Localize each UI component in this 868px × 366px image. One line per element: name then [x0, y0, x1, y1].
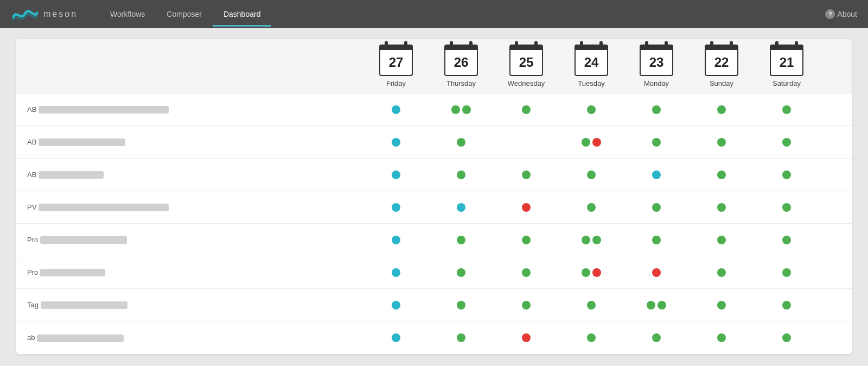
table-row[interactable]: Tag	[16, 289, 852, 321]
status-dot-green	[652, 236, 661, 244]
main-nav: Workflows Composer Dashboard	[99, 2, 825, 27]
day-col-friday: 27 Friday	[363, 45, 429, 87]
logo-text: meson	[43, 9, 78, 19]
table-row[interactable]: AB	[16, 159, 852, 191]
day-col-tuesday: 24 Tuesday	[559, 45, 624, 87]
row-prefix: PV	[27, 203, 36, 211]
day-label: Thursday	[446, 79, 476, 87]
cell-row2-col4	[624, 171, 689, 179]
table-row[interactable]: ab	[16, 321, 852, 354]
status-dot-blue	[392, 236, 400, 244]
table-row[interactable]: Pro	[16, 224, 852, 256]
status-dot-green	[652, 138, 661, 147]
row-prefix: ab	[27, 333, 35, 342]
row-name: Pro	[16, 263, 363, 282]
cell-row1-col5	[689, 138, 754, 147]
cal-top	[575, 45, 608, 50]
header: meson Workflows Composer Dashboard ? Abo…	[0, 0, 868, 28]
status-dot-green	[457, 236, 465, 244]
row-name: AB	[16, 100, 363, 119]
cell-row2-col0	[363, 171, 429, 179]
cell-row3-col3	[559, 203, 624, 212]
status-dot-green	[462, 105, 471, 114]
status-dot-green	[647, 301, 655, 310]
status-dot-green	[522, 301, 531, 310]
nav-composer[interactable]: Composer	[156, 2, 213, 27]
status-dot-green	[522, 105, 531, 114]
cell-row4-col1	[429, 236, 494, 244]
status-dot-green	[652, 203, 661, 212]
status-dot-green	[457, 268, 465, 277]
status-dot-green	[717, 171, 726, 179]
cell-row0-col0	[363, 105, 429, 114]
logo-icon	[11, 4, 39, 24]
cal-number: 26	[444, 50, 478, 76]
table-body: ABABABPVProProTagab	[16, 93, 852, 354]
status-dot-green	[587, 203, 596, 212]
status-dot-green	[652, 105, 661, 114]
status-dot-green	[782, 301, 791, 310]
status-dot-red	[592, 268, 601, 277]
status-dot-green	[582, 268, 590, 277]
cell-row2-col5	[689, 171, 754, 179]
status-dot-green	[717, 203, 726, 212]
status-dot-green	[782, 171, 791, 179]
status-dot-blue	[457, 203, 465, 212]
status-dot-green	[592, 236, 601, 244]
cell-row7-col2	[494, 333, 559, 342]
row-prefix: AB	[27, 105, 36, 113]
cell-row0-col6	[754, 105, 819, 114]
cell-row7-col0	[363, 333, 429, 342]
status-dot-green	[658, 301, 666, 310]
table-row[interactable]: PV	[16, 191, 852, 224]
row-prefix: AB	[27, 171, 36, 179]
cell-row2-col6	[754, 171, 819, 179]
row-name-blur	[40, 269, 105, 276]
cell-row6-col0	[363, 301, 429, 310]
calendar-icon-wednesday: 25	[509, 45, 543, 76]
cell-row6-col5	[689, 301, 754, 310]
cal-top	[509, 45, 543, 50]
status-dot-green	[451, 105, 460, 114]
day-label: Wednesday	[508, 79, 545, 87]
status-dot-green	[522, 171, 531, 179]
cell-row6-col1	[429, 301, 494, 310]
status-dot-green	[717, 268, 726, 277]
row-name: AB	[16, 165, 363, 185]
status-dot-green	[717, 105, 726, 114]
status-dot-green	[457, 333, 465, 342]
calendar-icon-tuesday: 24	[575, 45, 608, 76]
calendar-icon-thursday: 26	[444, 45, 478, 76]
day-col-wednesday: 25 Wednesday	[494, 45, 559, 87]
day-label: Sunday	[710, 79, 733, 87]
calendar-icon-friday: 27	[379, 45, 413, 76]
row-name-blur	[39, 204, 169, 211]
status-dot-blue	[392, 171, 400, 179]
cell-row5-col4	[624, 268, 689, 277]
nav-dashboard[interactable]: Dashboard	[213, 2, 272, 27]
about-button[interactable]: ? About	[825, 9, 857, 19]
cell-row4-col4	[624, 236, 689, 244]
row-name-blur	[37, 335, 124, 342]
day-col-sunday: 22 Sunday	[689, 45, 754, 87]
nav-workflows[interactable]: Workflows	[99, 2, 156, 27]
cell-row3-col1	[429, 203, 494, 212]
status-dot-green	[782, 236, 791, 244]
cal-top	[640, 45, 673, 50]
table-row[interactable]: AB	[16, 126, 852, 159]
cell-row7-col6	[754, 333, 819, 342]
status-dot-blue	[392, 333, 400, 342]
cell-row7-col3	[559, 333, 624, 342]
table-row[interactable]: AB	[16, 93, 852, 126]
calendar-icon-saturday: 21	[770, 45, 803, 76]
row-prefix: Tag	[27, 301, 39, 309]
cell-row5-col6	[754, 268, 819, 277]
cell-row6-col6	[754, 301, 819, 310]
cell-row1-col4	[624, 138, 689, 147]
cell-row3-col4	[624, 203, 689, 212]
status-dot-green	[717, 236, 726, 244]
cell-row7-col4	[624, 333, 689, 342]
row-name: AB	[16, 132, 363, 152]
table-row[interactable]: Pro	[16, 256, 852, 289]
status-dot-blue	[392, 138, 400, 147]
